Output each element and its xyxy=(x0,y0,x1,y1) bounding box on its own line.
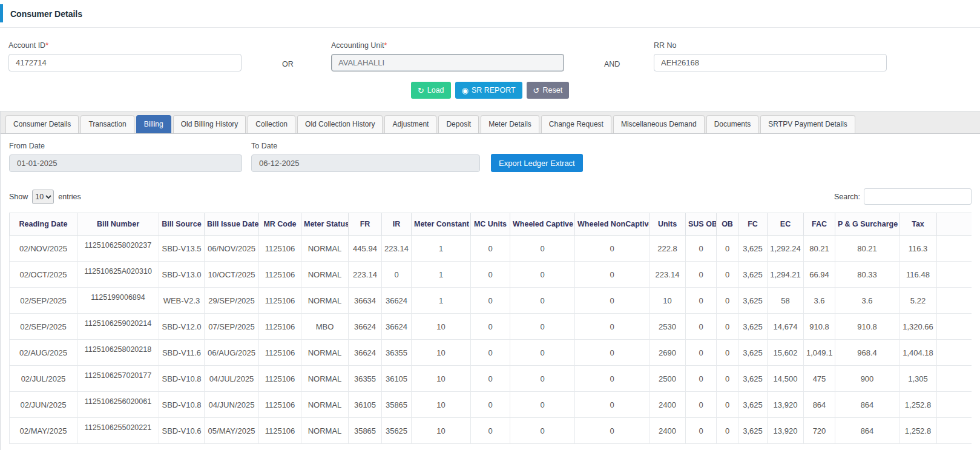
column-header-wheeled-noncaptive[interactable]: Wheeled NonCaptive xyxy=(575,213,649,236)
table-row: 02/AUG/20251125106258020218SBD-V11.606/A… xyxy=(10,340,972,366)
column-header-tax[interactable]: Tax xyxy=(899,213,937,236)
cell-reading-date: 02/AUG/2025 xyxy=(10,340,77,366)
cell-reading-date: 02/MAY/2025 xyxy=(10,418,77,444)
column-header-fac[interactable]: FAC xyxy=(804,213,835,236)
cell-ir: 223.14 xyxy=(382,236,412,262)
tab-documents[interactable]: Documents xyxy=(706,115,759,133)
cell-wheeled-captive: 0 xyxy=(510,314,575,340)
cell-units: 2400 xyxy=(649,392,686,418)
column-header-ir[interactable]: IR xyxy=(382,213,412,236)
cell-meter-status: NORMAL xyxy=(301,340,349,366)
cell-units: 10 xyxy=(649,288,686,314)
reset-icon: ↺ xyxy=(533,87,540,94)
cell-p-g-surcharge: 910.8 xyxy=(835,314,899,340)
column-header-ec[interactable]: EC xyxy=(768,213,804,236)
cell-ec: 1,294.21 xyxy=(768,262,804,288)
cell-meter-constant: 10 xyxy=(412,418,471,444)
cell-ec: 15,602 xyxy=(768,340,804,366)
tab-deposit[interactable]: Deposit xyxy=(438,115,479,133)
cell-tax: 116.3 xyxy=(899,236,937,262)
cell-wheeled-noncaptive: 0 xyxy=(575,366,649,392)
cell-meter-status: MBO xyxy=(301,314,349,340)
account-id-input[interactable] xyxy=(8,54,242,71)
tab-srtpv-payment-details[interactable]: SRTPV Payment Details xyxy=(760,115,855,133)
load-button-label: Load xyxy=(427,86,444,94)
cell-clipped xyxy=(937,340,972,366)
cell-meter-status: NORMAL xyxy=(301,262,349,288)
reset-button[interactable]: ↺Reset xyxy=(527,82,570,99)
cell-mr-code: 1125106 xyxy=(259,366,301,392)
cell-ob: 0 xyxy=(717,314,738,340)
cell-bill-source: SBD-V11.6 xyxy=(159,340,205,366)
page-title: Consumer Details xyxy=(10,0,82,28)
column-header-fc[interactable]: FC xyxy=(738,213,768,236)
cell-units: 223.14 xyxy=(649,262,686,288)
cell-fac: 66.94 xyxy=(804,262,835,288)
column-header-fr[interactable]: FR xyxy=(349,213,382,236)
cell-bill-source: WEB-V2.3 xyxy=(159,288,205,314)
tab-transaction[interactable]: Transaction xyxy=(81,115,134,133)
tab-miscellaneous-demand[interactable]: Miscellaneous Demand xyxy=(613,115,705,133)
cell-meter-status: NORMAL xyxy=(301,288,349,314)
cell-reading-date: 02/SEP/2025 xyxy=(10,288,77,314)
column-header-meter-status[interactable]: Meter Status xyxy=(301,213,349,236)
tab-bar: Consumer DetailsTransactionBillingOld Bi… xyxy=(1,111,980,134)
cell-mc-units: 0 xyxy=(471,236,510,262)
rr-no-group: RR No xyxy=(654,41,887,71)
column-header-meter-constant[interactable]: Meter Constant xyxy=(412,213,471,236)
tab-consumer-details[interactable]: Consumer Details xyxy=(5,115,79,133)
cell-bill-issue-date: 07/SEP/2025 xyxy=(205,314,259,340)
tab-change-request[interactable]: Change Request xyxy=(541,115,611,133)
column-header-wheeled-captive[interactable]: Wheeled Captive xyxy=(510,213,575,236)
cell-ir: 0 xyxy=(382,262,412,288)
tab-collection[interactable]: Collection xyxy=(248,115,295,133)
cell-bill-number: 112510625A020310 xyxy=(77,262,159,288)
cell-fc: 3,625 xyxy=(738,288,768,314)
cell-sus-ob: 0 xyxy=(686,366,717,392)
column-header-mr-code[interactable]: MR Code xyxy=(259,213,301,236)
column-header-units[interactable]: Units xyxy=(649,213,686,236)
tab-old-billing-history[interactable]: Old Billing History xyxy=(173,115,246,133)
cell-sus-ob: 0 xyxy=(686,340,717,366)
cell-wheeled-noncaptive: 0 xyxy=(575,340,649,366)
column-header-p-g-surcharge[interactable]: P & G Surcharge xyxy=(835,213,899,236)
account-id-label-text: Account ID xyxy=(8,41,45,50)
page-size-select[interactable]: 10 xyxy=(32,190,54,204)
search-input[interactable] xyxy=(864,188,972,205)
sr-report-button[interactable]: ◉SR REPORT xyxy=(455,82,522,99)
accounting-unit-input[interactable] xyxy=(331,54,564,71)
rr-no-input[interactable] xyxy=(654,54,887,71)
to-date-input[interactable] xyxy=(251,154,480,172)
cell-reading-date: 02/JUL/2025 xyxy=(10,366,77,392)
cell-wheeled-noncaptive: 0 xyxy=(575,392,649,418)
tab-meter-details[interactable]: Meter Details xyxy=(481,115,539,133)
export-ledger-extract-button[interactable]: Export Ledger Extract xyxy=(491,154,583,172)
cell-sus-ob: 0 xyxy=(686,392,717,418)
cell-ob: 0 xyxy=(717,288,738,314)
cell-bill-issue-date: 04/JUN/2025 xyxy=(205,392,259,418)
cell-units: 2400 xyxy=(649,418,686,444)
column-header-bill-source[interactable]: Bill Source xyxy=(159,213,205,236)
cell-bill-source: SBD-V10.8 xyxy=(159,392,205,418)
column-header-bill-issue-date[interactable]: Bill Issue Date xyxy=(205,213,259,236)
cell-wheeled-captive: 0 xyxy=(510,236,575,262)
cell-ec: 13,920 xyxy=(768,418,804,444)
column-header-bill-number[interactable]: Bill Number xyxy=(77,213,159,236)
column-header-reading-date[interactable]: Reading Date xyxy=(10,213,77,236)
column-header-ob[interactable]: OB xyxy=(717,213,738,236)
load-button[interactable]: ↻Load xyxy=(411,82,451,99)
required-asterisk: * xyxy=(45,41,48,50)
tab-adjustment[interactable]: Adjustment xyxy=(384,115,436,133)
tab-billing[interactable]: Billing xyxy=(136,115,171,133)
tab-old-collection-history[interactable]: Old Collection History xyxy=(297,115,383,133)
from-date-input[interactable] xyxy=(9,154,242,172)
column-header-mc-units[interactable]: MC Units xyxy=(471,213,510,236)
cell-mc-units: 0 xyxy=(471,340,510,366)
accounting-unit-label: Accounting Unit* xyxy=(331,41,564,50)
table-row: 02/NOV/20251125106258020237SBD-V13.506/N… xyxy=(10,236,972,262)
cell-fc: 3,625 xyxy=(738,418,768,444)
cell-bill-number: 1125106258020237 xyxy=(77,236,159,262)
cell-wheeled-noncaptive: 0 xyxy=(575,236,649,262)
cell-fr: 36634 xyxy=(349,288,382,314)
column-header-sus-ob[interactable]: SUS OB xyxy=(686,213,717,236)
